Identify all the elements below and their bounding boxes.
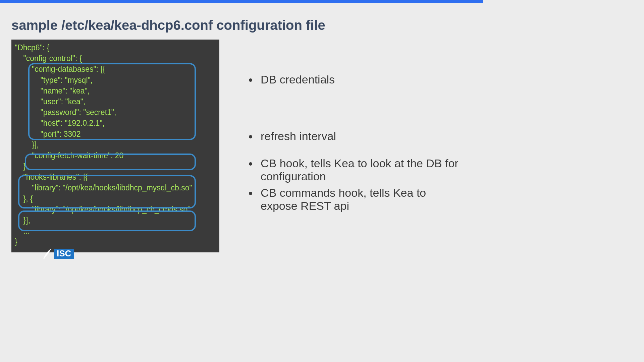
code-line: "config-fetch-wait-time": 20: [15, 150, 216, 161]
code-line: "Dhcp6": {: [15, 42, 216, 53]
bullet-list: DB credentials refresh interval CB hook,…: [248, 73, 466, 213]
code-line: "library": "/opt/kea/hooks/libdhcp_cb_cm…: [15, 204, 216, 215]
code-line: }],: [15, 139, 216, 150]
code-line: "password": "secret1",: [15, 107, 216, 118]
bullet-item-refresh-interval: refresh interval: [258, 130, 466, 143]
code-line: }: [15, 236, 216, 247]
code-line: "config-control": {: [15, 53, 216, 64]
code-line: "config-databases": [{: [15, 64, 216, 74]
code-line: ...: [15, 226, 216, 236]
accent-bar: [0, 0, 483, 3]
content-columns: "Dhcp6": { "config-control": { "config-d…: [0, 40, 483, 252]
code-line: "hooks-libraries": [{: [15, 172, 216, 182]
bullet-item-db-credentials: DB credentials: [258, 73, 466, 86]
quill-icon: [43, 248, 52, 260]
code-line: "library": "/opt/kea/hooks/libdhcp_mysql…: [15, 182, 216, 193]
isc-logo-text: ISC: [54, 249, 74, 259]
isc-logo: ISC: [43, 248, 74, 260]
bullet-item-cb-hook: CB hook, tells Kea to look at the DB for…: [258, 157, 466, 183]
code-line: "user": "kea",: [15, 96, 216, 107]
code-line: "port": 3302: [15, 129, 216, 139]
code-line: "name": "kea",: [15, 85, 216, 96]
code-block: "Dhcp6": { "config-control": { "config-d…: [11, 40, 219, 252]
bullet-item-cb-cmds-hook: CB commands hook, tells Kea to expose RE…: [258, 186, 466, 213]
code-line: }, {: [15, 193, 216, 204]
code-line: "host": "192.0.2.1",: [15, 118, 216, 128]
code-line: },: [15, 161, 216, 172]
code-line: }],: [15, 215, 216, 226]
slide-title: sample /etc/kea/kea-dhcp6.conf configura…: [11, 18, 483, 33]
code-line: "type": "mysql",: [15, 75, 216, 85]
